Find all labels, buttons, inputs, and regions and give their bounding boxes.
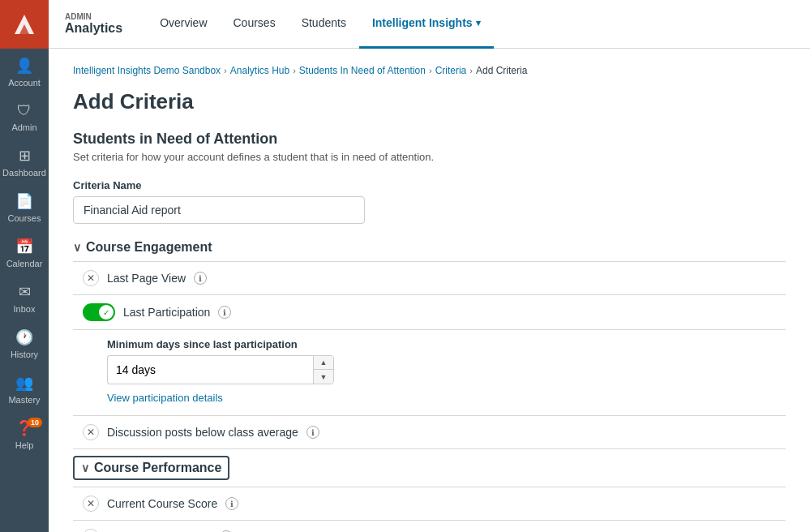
chevron-down-icon: ▾ (476, 18, 481, 28)
courses-icon: 📄 (15, 192, 33, 210)
sidebar: 👤 Account 🛡 Admin ⊞ Dashboard 📄 Courses … (0, 0, 49, 532)
last-page-view-label: Last Page View (107, 272, 186, 285)
admin-icon: 🛡 (17, 102, 32, 119)
inbox-icon: ✉ (19, 283, 31, 301)
help-badge: 10 (28, 418, 42, 427)
criteria-name-label: Criteria Name (73, 179, 786, 191)
content-area: Intelligent Insights Demo Sandbox › Anal… (49, 49, 810, 532)
last-participation-toggle[interactable]: ✓ (83, 303, 115, 321)
mastery-icon: 👥 (15, 374, 33, 392)
page-title: Add Criteria (73, 89, 786, 114)
history-icon: 🕐 (15, 328, 33, 346)
breadcrumb-link-students[interactable]: Students In Need of Attention (299, 65, 426, 76)
brand: ADMIN Analytics (65, 12, 122, 36)
breadcrumb-link-sandbox[interactable]: Intelligent Insights Demo Sandbox (73, 65, 221, 76)
last-page-view-info-icon[interactable]: ℹ (194, 272, 207, 285)
breadcrumb-sep-3: › (429, 66, 432, 75)
section-description: Set criteria for how your account define… (73, 151, 786, 163)
course-performance-list: ✕ Current Course Score ℹ ✕ On Time Submi… (73, 487, 786, 532)
breadcrumb: Intelligent Insights Demo Sandbox › Anal… (73, 65, 786, 76)
breadcrumb-link-criteria[interactable]: Criteria (435, 65, 467, 76)
sidebar-item-courses[interactable]: 📄 Courses (0, 184, 49, 230)
chevron-down-icon-perf: ∨ (81, 461, 89, 474)
sidebar-logo[interactable] (0, 0, 49, 49)
discussion-posts-remove-button[interactable]: ✕ (83, 424, 99, 440)
last-participation-label: Last Participation (123, 306, 210, 319)
days-decrement-button[interactable]: ▼ (314, 370, 333, 384)
course-performance-toggle[interactable]: ∨ Course Performance (73, 456, 229, 480)
chevron-down-icon: ∨ (73, 241, 81, 254)
current-course-score-remove-button[interactable]: ✕ (83, 496, 99, 512)
nav-students[interactable]: Students (289, 0, 359, 49)
nav-intelligent-insights[interactable]: Intelligent Insights ▾ (359, 0, 494, 49)
nav-courses[interactable]: Courses (221, 0, 289, 49)
breadcrumb-link-hub[interactable]: Analytics Hub (230, 65, 289, 76)
current-course-score-info-icon[interactable]: ℹ (225, 497, 238, 510)
days-spinners: ▲ ▼ (313, 355, 334, 384)
breadcrumb-sep-1: › (224, 66, 227, 75)
on-time-submission-remove-button[interactable]: ✕ (83, 529, 99, 532)
calendar-icon: 📅 (15, 238, 33, 255)
last-page-view-remove-button[interactable]: ✕ (83, 270, 99, 286)
toggle-check-icon: ✓ (99, 305, 114, 320)
course-engagement-section: ∨ Course Engagement ✕ Last Page View ℹ (73, 240, 786, 449)
course-performance-section: ∨ Course Performance ✕ Current Course Sc… (73, 456, 786, 532)
breadcrumb-current: Add Criteria (476, 65, 527, 76)
top-nav: ADMIN Analytics Overview Courses Student… (49, 0, 810, 49)
last-participation-block: ✓ Last Participation ℹ Minimum days sinc… (73, 295, 786, 416)
dashboard-icon: ⊞ (19, 147, 31, 165)
last-participation-row: ✓ Last Participation ℹ (73, 295, 786, 330)
current-course-score-label: Current Course Score (107, 497, 217, 510)
main-area: ADMIN Analytics Overview Courses Student… (49, 0, 810, 532)
sidebar-item-mastery[interactable]: 👥 Mastery (0, 366, 49, 411)
analytics-label: Analytics (65, 21, 122, 36)
breadcrumb-sep-4: › (469, 66, 473, 75)
admin-label: ADMIN (65, 12, 122, 21)
sidebar-item-calendar[interactable]: 📅 Calendar (0, 230, 49, 275)
sidebar-item-admin[interactable]: 🛡 Admin (0, 94, 49, 139)
days-input-wrap: ▲ ▼ (107, 355, 334, 384)
last-participation-info-icon[interactable]: ℹ (218, 306, 231, 319)
last-page-view-row: ✕ Last Page View ℹ (73, 262, 786, 295)
min-days-section: Minimum days since last participation ▲ … (73, 330, 786, 412)
criteria-name-input[interactable] (73, 196, 365, 224)
top-nav-links: Overview Courses Students Intelligent In… (147, 0, 493, 49)
students-section-heading: Students in Need of Attention (73, 131, 786, 148)
on-time-submission-row: ✕ On Time Submission ℹ (73, 521, 786, 532)
min-days-label: Minimum days since last participation (107, 338, 776, 350)
breadcrumb-sep-2: › (293, 66, 296, 75)
sidebar-item-account[interactable]: 👤 Account (0, 49, 49, 94)
current-course-score-row: ✕ Current Course Score ℹ (73, 487, 786, 521)
days-increment-button[interactable]: ▲ (314, 356, 333, 370)
sidebar-item-dashboard[interactable]: ⊞ Dashboard (0, 139, 49, 184)
discussion-posts-label: Discussion posts below class average (107, 426, 298, 439)
view-participation-details-link[interactable]: View participation details (107, 392, 223, 412)
sidebar-item-help[interactable]: 10 ❓ Help (0, 411, 49, 457)
sidebar-item-history[interactable]: 🕐 History (0, 320, 49, 366)
discussion-posts-info-icon[interactable]: ℹ (306, 426, 319, 439)
discussion-posts-row: ✕ Discussion posts below class average ℹ (73, 416, 786, 449)
days-input[interactable] (107, 355, 313, 384)
sidebar-item-inbox[interactable]: ✉ Inbox (0, 275, 49, 320)
course-engagement-list: ✕ Last Page View ℹ ✓ Last Participation … (73, 261, 786, 449)
course-engagement-toggle[interactable]: ∨ Course Engagement (73, 240, 212, 255)
nav-overview[interactable]: Overview (147, 0, 220, 49)
account-icon: 👤 (15, 57, 33, 75)
